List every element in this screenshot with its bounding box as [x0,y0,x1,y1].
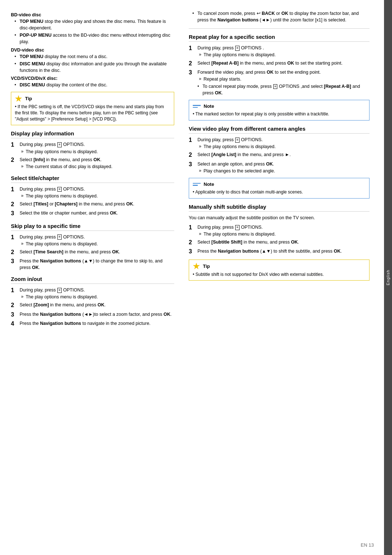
step-1: 1 During play, press ≡ OPTIONS. The play… [189,224,369,237]
tip-label: Tip [203,263,210,270]
step-num: 1 [11,140,20,155]
bd-video-section: BD-video disc TOP MENU stop the video pl… [11,12,174,45]
sub-bullet: To cancel repeat play mode, press ≡ OPTI… [197,83,369,96]
view-video-steps: 1 During play, press ≡ OPTIONS. The play… [189,136,369,174]
step-num: 1 [189,44,197,58]
step-content: Select [Repeat A-B] in the menu, and pre… [197,60,369,68]
note-content: • Applicable only to discs that contain … [193,189,366,195]
zoom-cancel: To cancel zoom mode, press ↩ BACK or OK … [189,10,369,23]
zoom-steps: 1 During play, press ≡ OPTIONS. The play… [11,287,174,328]
tip-box-pbc: Tip • If the PBC setting is off, the VCD… [11,92,174,125]
sidebar-label: English [386,270,390,285]
display-play-section: Display play information 1 During play, … [11,130,174,170]
divider [189,28,369,29]
step-content: Press the Navigation buttons to navigate… [20,320,174,328]
tip-star-icon [193,263,200,270]
bd-item-2: POP-UP MENU access to the BD-video disc … [15,32,174,45]
dvd-item-2: DISC MENU display disc information and g… [15,61,174,74]
repeat-play-section: Repeat play for a specific section 1 Dur… [189,34,369,121]
vcd-item-1: DISC MENU display the content of the dis… [15,82,174,88]
sub-point: The play options menu is displayed. [20,193,174,199]
step-content: Select [Zoom] in the menu, and press OK. [20,302,174,309]
step-3: 3 Forward the video play, and press OK t… [189,69,369,97]
step-3: 3 Press the Navigation buttons (◄►)to se… [11,311,174,319]
vcd-section: VCD/SVCD/DivX disc: DISC MENU display th… [11,76,174,88]
options-icon: ≡ [235,138,239,143]
note-line-2 [193,185,198,186]
step-1: 1 During play, press ≡ OPTIONS. The play… [11,141,174,155]
options-icon: ≡ [57,288,61,293]
step-content: During play, press ≡ OPTIONS. The play o… [197,136,369,150]
note-text: The marked section for repeat play is on… [195,111,329,117]
step-num: 3 [189,68,197,97]
content-area: BD-video disc TOP MENU stop the video pl… [0,0,384,555]
step-content: Press the Navigation buttons (▲▼) to cha… [20,258,174,271]
tip-header: Tip [193,263,366,270]
step-1: 1 During play, press ≡ OPTIONS. The play… [11,186,174,199]
step-4: 4 Press the Navigation buttons to naviga… [11,320,174,328]
dvd-heading: DVD-video disc [11,48,174,53]
step-1: 1 During play, press ≡ OPTIONS. The play… [11,234,174,247]
step-num: 2 [11,200,20,208]
options-icon: ≡ [235,46,239,51]
step-num: 1 [189,136,197,150]
step-num: 1 [189,223,197,237]
step-num: 2 [11,248,20,256]
options-icon: ≡ [273,84,277,89]
left-column: BD-video disc TOP MENU stop the video pl… [11,10,185,545]
repeat-play-title: Repeat play for a specific section [189,34,369,42]
step-num: 2 [189,151,197,159]
dvd-video-section: DVD-video disc TOP MENU display the root… [11,48,174,74]
step-content: Select the title or chapter number, and … [20,210,174,217]
tip-text: Subtitle shift is not supported for DivX… [196,272,324,277]
sub-point: The current status of disc play is displ… [20,163,174,170]
bd-heading: BD-video disc [11,12,174,17]
note-lines-icon [193,103,201,110]
note-text: Applicable only to discs that contain mu… [195,189,303,195]
step-num: 3 [189,160,197,174]
note-line-2 [193,107,198,108]
tip-box-subtitle: Tip • Subtitle shift is not supported fo… [189,260,369,281]
options-icon: ≡ [57,187,61,192]
dvd-list: TOP MENU display the root menu of a disc… [11,53,174,74]
zoom-cancel-list: To cancel zoom mode, press ↩ BACK or OK … [189,10,369,23]
page-footer: EN 13 [361,542,374,548]
subtitle-intro: You can manually adjust the subtitle pos… [189,215,369,221]
subtitle-section: Manually shift subtitle display You can … [189,204,369,281]
step-3: 3 Select the title or chapter number, an… [11,210,174,217]
step-num: 1 [11,233,20,247]
dvd-item-1: TOP MENU display the root menu of a disc… [15,53,174,60]
step-1: 1 During play, press ≡ OPTIONS. The play… [11,287,174,300]
subtitle-steps: 1 During play, press ≡ OPTIONS. The play… [189,224,369,256]
repeat-play-steps: 1 During play, press ≡ OPTIONS . The pla… [189,45,369,96]
sub-point: The play options menu is displayed. [197,52,369,58]
view-video-title: View video play from different camera an… [189,126,369,134]
sub-point: Repeat play starts. [197,76,369,82]
note-label: Note [204,181,214,188]
step-num: 3 [11,209,20,217]
vcd-heading: VCD/SVCD/DivX disc: [11,76,174,81]
select-title-title: Select title/chapter [11,175,174,183]
tip-text: If the PBC setting is off, the VCD/SVCD … [15,104,164,122]
note-box-angles: Note • Applicable only to discs that con… [189,178,369,199]
step-3: 3 Press the Navigation buttons (▲▼) to s… [189,248,369,256]
step-content: During play, press ≡ OPTIONS. The play o… [20,141,174,155]
step-content: Press the Navigation buttons (▲▼) to shi… [197,248,369,256]
step-2: 2 Select [Angle List] in the menu, and p… [189,151,369,159]
select-title-steps: 1 During play, press ≡ OPTIONS. The play… [11,186,174,218]
step-2: 2 Select [Zoom] in the menu, and press O… [11,302,174,309]
step-content: During play, press ≡ OPTIONS. The play o… [20,186,174,199]
note-box-repeat: Note • The marked section for repeat pla… [189,100,369,121]
step-num: 2 [11,301,20,309]
sub-point: The play options menu is displayed. [197,231,369,237]
step-num: 1 [11,185,20,199]
step-content: During play, press ≡ OPTIONS. The play o… [20,287,174,300]
note-header: Note [193,181,366,188]
step-2: 2 Select [Info] in the menu, and press O… [11,156,174,170]
sub-point: The play options menu is displayed. [20,241,174,247]
step-num: 3 [189,247,197,256]
view-video-section: View video play from different camera an… [189,126,369,199]
display-play-title: Display play information [11,130,174,138]
step-num: 1 [11,286,20,300]
subtitle-title: Manually shift subtitle display [189,204,369,212]
